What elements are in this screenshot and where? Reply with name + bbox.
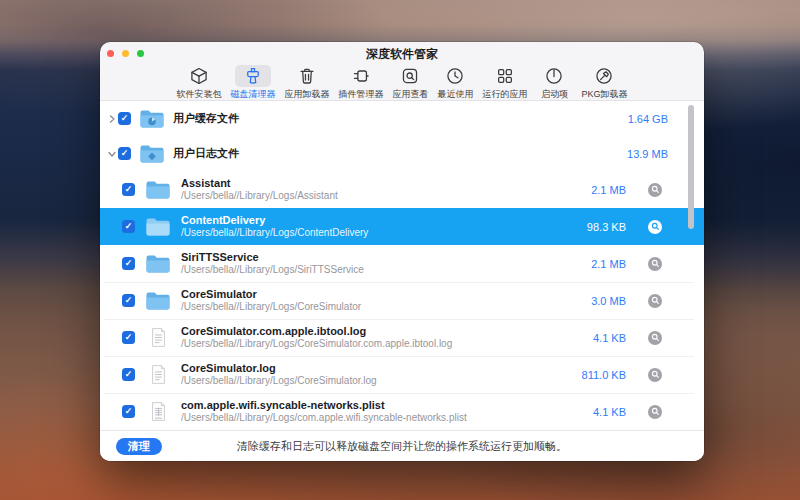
file-row-assistant[interactable]: ✓ Assistant/Users/bella//Library/Logs/As… <box>100 171 704 208</box>
folder-icon <box>145 291 171 311</box>
toolbar-item-recently-used[interactable]: 最近使用 <box>437 65 473 101</box>
folder-pie-icon <box>139 109 165 129</box>
file-size: 3.0 MB <box>591 295 626 307</box>
file-row-sirittsservice[interactable]: ✓ SiriTTSService/Users/bella//Library/Lo… <box>100 245 704 282</box>
file-row-coresimulator[interactable]: ✓ CoreSimulator/Users/bella//Library/Log… <box>100 282 704 319</box>
plug-icon <box>351 66 371 86</box>
file-name: CoreSimulator <box>181 288 361 301</box>
group-row-user-logs[interactable]: ✓ 用户日志文件 13.9 MB <box>100 136 704 171</box>
desktop-wallpaper: 深度软件管家 软件安装包 磁盘清理器 应用卸载器 插件管理器 应用查看 <box>0 0 800 500</box>
app-window: 深度软件管家 软件安装包 磁盘清理器 应用卸载器 插件管理器 应用查看 <box>100 42 704 461</box>
reveal-in-finder-icon[interactable] <box>648 257 662 271</box>
group-size: 1.64 GB <box>628 113 668 125</box>
checkbox[interactable]: ✓ <box>122 257 135 270</box>
toolbar: 软件安装包 磁盘清理器 应用卸载器 插件管理器 应用查看 最近使用 <box>100 64 704 100</box>
chevron-down-icon[interactable] <box>106 150 118 158</box>
file-path: /Users/bella//Library/Logs/Assistant <box>181 190 338 202</box>
folder-icon <box>145 254 171 274</box>
file-path: /Users/bella//Library/Logs/SiriTTSServic… <box>181 264 364 276</box>
plist-file-icon <box>145 401 171 422</box>
file-name: ContentDelivery <box>181 214 368 227</box>
close-button[interactable] <box>107 50 114 57</box>
checkbox[interactable]: ✓ <box>122 405 135 418</box>
checkbox[interactable]: ✓ <box>122 183 135 196</box>
file-name: CoreSimulator.log <box>181 362 377 375</box>
file-size: 98.3 KB <box>587 221 626 233</box>
toolbar-item-plugin-manager[interactable]: 插件管理器 <box>338 65 383 101</box>
power-icon <box>544 66 564 86</box>
reveal-in-finder-icon[interactable] <box>648 220 662 234</box>
file-row-contentdelivery[interactable]: ✓ ContentDelivery/Users/bella//Library/L… <box>100 208 704 245</box>
trash-icon <box>297 66 317 86</box>
folder-icon <box>145 217 171 237</box>
group-row-user-cache[interactable]: ✓ 用户缓存文件 1.64 GB <box>100 101 704 136</box>
toolbar-item-app-viewer[interactable]: 应用查看 <box>392 65 428 101</box>
clean-button[interactable]: 清理 <box>116 438 162 455</box>
grid-icon <box>495 66 515 86</box>
file-list: ✓ 用户缓存文件 1.64 GB ✓ 用户日志文件 13.9 MB ✓ Assi… <box>100 100 704 430</box>
toolbar-item-startup-items[interactable]: 启动项 <box>536 65 572 101</box>
file-name: CoreSimulator.com.apple.ibtool.log <box>181 325 452 338</box>
traffic-lights <box>107 50 144 57</box>
zoom-button[interactable] <box>137 50 144 57</box>
toolbar-item-running-apps[interactable]: 运行的应用 <box>482 65 527 101</box>
file-row-ibtool-log[interactable]: ✓ CoreSimulator.com.apple.ibtool.log/Use… <box>100 319 704 356</box>
group-name: 用户缓存文件 <box>173 111 239 126</box>
folder-diamond-icon <box>139 144 165 164</box>
checkbox[interactable]: ✓ <box>118 147 131 160</box>
minimize-button[interactable] <box>122 50 129 57</box>
toolbar-item-app-uninstaller[interactable]: 应用卸载器 <box>284 65 329 101</box>
file-size: 811.0 KB <box>582 369 626 381</box>
clock-icon <box>445 66 465 86</box>
footer-bar: 清理 清除缓存和日志可以释放磁盘空间并让您的操作系统运行更加顺畅。 <box>100 430 704 461</box>
checkbox[interactable]: ✓ <box>122 220 135 233</box>
folder-icon <box>145 180 171 200</box>
window-title: 深度软件管家 <box>100 42 704 66</box>
group-name: 用户日志文件 <box>173 146 239 161</box>
log-file-icon <box>145 364 171 385</box>
group-size: 13.9 MB <box>627 148 668 160</box>
file-path: /Users/bella//Library/Logs/CoreSimulator… <box>181 338 452 350</box>
hammer-icon <box>594 66 614 86</box>
file-name: SiriTTSService <box>181 251 364 264</box>
file-path: /Users/bella//Library/Logs/com.apple.wif… <box>181 412 467 424</box>
checkbox[interactable]: ✓ <box>122 294 135 307</box>
file-name: com.apple.wifi.syncable-networks.plist <box>181 399 467 412</box>
toolbar-item-disk-cleaner[interactable]: 磁盘清理器 <box>230 65 275 101</box>
file-size: 2.1 MB <box>591 184 626 196</box>
file-size: 2.1 MB <box>591 258 626 270</box>
log-file-icon <box>145 327 171 348</box>
file-path: /Users/bella//Library/Logs/CoreSimulator… <box>181 375 377 387</box>
titlebar: 深度软件管家 <box>100 42 704 64</box>
brush-icon <box>243 66 263 86</box>
checkbox[interactable]: ✓ <box>122 368 135 381</box>
file-row-wifi-plist[interactable]: ✓ com.apple.wifi.syncable-networks.plist… <box>100 393 704 430</box>
reveal-in-finder-icon[interactable] <box>648 294 662 308</box>
toolbar-item-pkg-uninstaller[interactable]: PKG卸载器 <box>581 65 627 101</box>
footer-hint: 清除缓存和日志可以释放磁盘空间并让您的操作系统运行更加顺畅。 <box>237 439 567 454</box>
file-size: 4.1 KB <box>593 332 626 344</box>
toolbar-item-installer-packages[interactable]: 软件安装包 <box>176 65 221 101</box>
file-path: /Users/bella//Library/Logs/CoreSimulator <box>181 301 361 313</box>
cube-icon <box>189 66 209 86</box>
reveal-in-finder-icon[interactable] <box>648 368 662 382</box>
file-size: 4.1 KB <box>593 406 626 418</box>
file-path: /Users/bella//Library/Logs/ContentDelive… <box>181 227 368 239</box>
scrollbar-thumb[interactable] <box>688 105 694 229</box>
reveal-in-finder-icon[interactable] <box>648 183 662 197</box>
file-name: Assistant <box>181 177 338 190</box>
app-search-icon <box>400 66 420 86</box>
reveal-in-finder-icon[interactable] <box>648 331 662 345</box>
checkbox[interactable]: ✓ <box>122 331 135 344</box>
chevron-right-icon[interactable] <box>106 115 118 123</box>
checkbox[interactable]: ✓ <box>118 112 131 125</box>
reveal-in-finder-icon[interactable] <box>648 405 662 419</box>
file-row-coresimulator-log[interactable]: ✓ CoreSimulator.log/Users/bella//Library… <box>100 356 704 393</box>
